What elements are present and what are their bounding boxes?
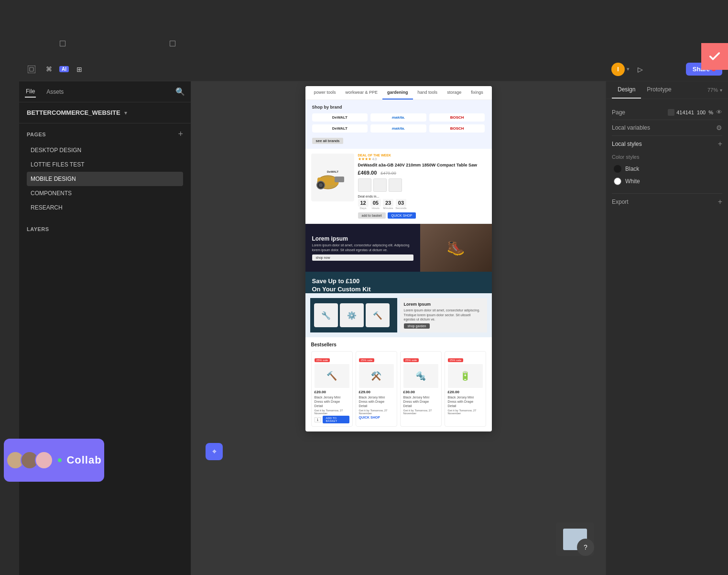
- white-label: White: [625, 178, 640, 185]
- bs-quick-shop-2[interactable]: QUICK SHOP: [359, 416, 380, 419]
- deal-buttons: add to basket QUICK SHOP: [358, 212, 486, 219]
- save-title: Save Up to £100On Your Custom Kit: [312, 277, 485, 294]
- zoom-chevron-icon[interactable]: ▾: [720, 88, 722, 93]
- design-prototype-tabs: Design Prototype 77% ▾: [606, 81, 728, 99]
- collab-widget[interactable]: Collab: [4, 439, 104, 482]
- prototype-tab[interactable]: Prototype: [641, 81, 677, 99]
- local-variables-settings-icon[interactable]: ⚙: [716, 124, 722, 132]
- deal-rating: ★★★★ 4.0: [358, 157, 486, 161]
- banner-desc: Lorem ipsum dolor sit amet, consectetur …: [312, 243, 413, 253]
- bs-item-2[interactable]: 25% sale ⚒️ £29.00 Black Jersey Mini Dre…: [356, 351, 397, 427]
- banner-shop-button[interactable]: shop now: [312, 254, 413, 261]
- eye-icon[interactable]: 👁: [716, 109, 722, 116]
- bs-delivery-3: Get it by Tomorrow, 27 November: [403, 409, 438, 415]
- page-research[interactable]: RESEARCH: [27, 200, 183, 215]
- banner-title: Lorem ipsum: [312, 235, 413, 242]
- ec-nav-fixings[interactable]: fixings: [466, 86, 488, 100]
- file-tab[interactable]: File: [25, 86, 36, 98]
- deal-price: £469.00: [358, 170, 377, 176]
- bs-item-4[interactable]: 25% sale 🔋 £20.00 Black Jersey Mini Dres…: [445, 351, 486, 427]
- project-header[interactable]: BETTERCOMMERCE_WEBSITE ▾: [19, 102, 191, 123]
- page-components[interactable]: COMPONENTS: [27, 186, 183, 200]
- ec-nav-power-tools[interactable]: power tools: [309, 86, 341, 100]
- ec-nav-hand-tools[interactable]: hand tools: [413, 86, 443, 100]
- tools-dropdown[interactable]: ⌘: [42, 63, 55, 76]
- page-color-swatch[interactable]: [668, 109, 674, 116]
- page-lottie-files[interactable]: LOTTIE FILES TEST: [27, 157, 183, 172]
- color-style-black[interactable]: Black: [612, 163, 722, 175]
- deal-price-old: £479.00: [380, 171, 396, 176]
- sidebar-file-assets-row: File Assets 🔍: [19, 81, 191, 102]
- move-tool-icon[interactable]: [25, 63, 38, 76]
- bosch-logo-2: BOSCH: [429, 124, 485, 133]
- user-avatar-wrapper[interactable]: I ▾: [611, 63, 630, 76]
- bs-item-1[interactable]: 25% sale 🔨 £20.00 Black Jersey Mini Dres…: [311, 351, 353, 427]
- export-label: Export: [612, 199, 629, 205]
- save-section: Save Up to £100On Your Custom Kit: [305, 272, 492, 294]
- banner-left: Lorem ipsum Lorem ipsum dolor sit amet, …: [305, 224, 420, 272]
- makita-logo: makita.: [370, 113, 426, 122]
- deal-thumb-2: [373, 178, 387, 192]
- add-local-style-button[interactable]: +: [718, 140, 722, 148]
- svg-point-10: [319, 183, 323, 187]
- collab-online-dot: [58, 458, 62, 462]
- collab-avatar-3: [35, 451, 53, 469]
- brands-grid: DeWALT makita. BOSCH DeWALT makita. BOSC…: [312, 113, 485, 133]
- bs-price-1: £20.00: [315, 390, 349, 394]
- tools-section: 🔧 ⚙️ 🔨 Lorem Ipsum Lorem ipsum dolor sit…: [305, 293, 492, 337]
- layout-icon[interactable]: ⊞: [73, 63, 86, 76]
- opacity-unit: %: [708, 110, 713, 115]
- search-button[interactable]: 🔍: [175, 87, 185, 96]
- page-mobile-design[interactable]: MOBILE DESIGN: [27, 172, 183, 186]
- frame-handle-tl: [60, 41, 65, 46]
- bs-add-btn-1[interactable]: ADD TO BASKET: [323, 416, 349, 423]
- assets-tab[interactable]: Assets: [45, 87, 65, 97]
- lorem-shop-btn[interactable]: shop garden: [404, 323, 430, 329]
- bs-qty-1[interactable]: 1: [315, 417, 321, 422]
- design-tab[interactable]: Design: [612, 81, 641, 99]
- pages-section: Pages + DESKTOP DESIGN LOTTIE FILES TEST…: [19, 123, 191, 219]
- bs-delivery-4: Get it by Tomorrow, 27 November: [448, 409, 483, 415]
- see-all-brands-button[interactable]: see all brands: [312, 138, 344, 144]
- quick-shop-button[interactable]: QUICK SHOP: [388, 212, 416, 219]
- bestsellers-title: Bestsellers: [311, 342, 486, 347]
- page-desktop-design[interactable]: DESKTOP DESIGN: [27, 143, 183, 157]
- tool-3: 🔨: [366, 303, 390, 327]
- ai-badge[interactable]: AI: [59, 66, 69, 72]
- add-page-button[interactable]: +: [178, 129, 183, 139]
- help-button[interactable]: ?: [577, 539, 594, 556]
- page-row: Page 414141 100 % 👁: [612, 105, 722, 120]
- local-variables-row: Local variables ⚙: [612, 120, 722, 136]
- bs-image-4: 🔋: [448, 364, 483, 388]
- deal-product-image: DeWALT: [311, 154, 354, 201]
- ec-nav-workwear[interactable]: workwear & PPE: [341, 86, 383, 100]
- ec-nav-storage[interactable]: storage: [442, 86, 466, 100]
- cursor-tool-button[interactable]: ⌖: [206, 443, 223, 460]
- black-swatch: [614, 165, 621, 173]
- add-export-button[interactable]: +: [718, 198, 722, 206]
- brands-section: Shop by brand DeWALT makita. BOSCH DeWAL…: [305, 100, 492, 149]
- bs-name-2: Black Jersey Mini Dress with Drape Detai…: [359, 395, 394, 408]
- deal-thumb-3: [389, 178, 402, 192]
- local-styles-section: Local styles + Color styles Black White: [612, 136, 722, 193]
- bs-badge-3: 25% sale: [403, 358, 419, 362]
- user-avatar: I: [611, 63, 625, 76]
- deal-timer: 12 Days 05 Hours 23 Minutes 03 Seconds: [358, 199, 486, 210]
- bs-item-3[interactable]: 25% sale 🔩 £30.00 Black Jersey Mini Dres…: [400, 351, 442, 427]
- figma-left-sidebar: File Assets 🔍 BETTERCOMMERCE_WEBSITE ▾ P…: [19, 81, 191, 575]
- dewalt-logo-2: DeWALT: [312, 124, 368, 133]
- bs-image-3: 🔩: [403, 364, 438, 388]
- ec-banner: Lorem ipsum Lorem ipsum dolor sit amet, …: [305, 224, 492, 272]
- timer-seconds: 03 Seconds: [395, 199, 406, 210]
- tool-1: 🔧: [314, 303, 338, 327]
- ec-nav: power tools workwear & PPE gardening han…: [305, 86, 492, 100]
- ec-nav-gardening[interactable]: gardening: [382, 86, 413, 100]
- checkmark-button[interactable]: [701, 43, 728, 70]
- figma-main-canvas[interactable]: power tools workwear & PPE gardening han…: [191, 81, 606, 575]
- bs-name-4: Black Jersey Mini Dress with Drape Detai…: [448, 395, 483, 408]
- brands-title: Shop by brand: [312, 105, 485, 110]
- zoom-level[interactable]: 77%: [707, 87, 718, 93]
- color-style-white[interactable]: White: [612, 175, 722, 188]
- add-to-basket-button[interactable]: add to basket: [358, 212, 386, 219]
- play-icon[interactable]: ▷: [633, 63, 647, 76]
